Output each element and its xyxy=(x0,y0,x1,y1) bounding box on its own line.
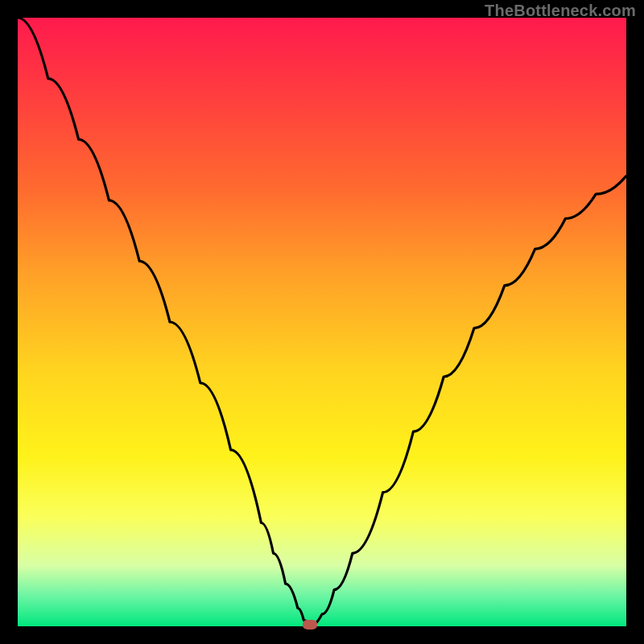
watermark-text: TheBottleneck.com xyxy=(485,2,636,20)
chart-plot-area xyxy=(18,18,626,626)
bottleneck-curve xyxy=(18,18,626,626)
optimal-point-marker xyxy=(303,620,317,630)
chart-frame: TheBottleneck.com xyxy=(0,0,644,644)
